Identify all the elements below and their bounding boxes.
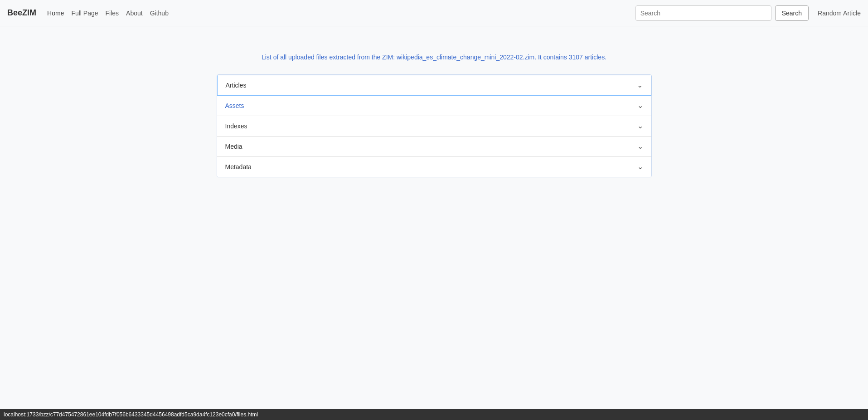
nav-item-fullpage[interactable]: Full Page: [71, 10, 98, 17]
accordion-title-articles: Articles: [226, 82, 247, 89]
accordion-header-metadata[interactable]: Metadata ⌄: [217, 157, 651, 177]
random-article-link[interactable]: Random Article: [818, 10, 861, 17]
accordion-item-articles: Articles ⌄: [217, 74, 652, 96]
chevron-down-icon-media: ⌄: [637, 143, 643, 150]
search-area: Search Random Article: [635, 5, 861, 21]
accordion-item-metadata: Metadata ⌄: [217, 157, 651, 177]
chevron-down-icon-indexes: ⌄: [637, 122, 643, 130]
search-input[interactable]: [635, 5, 771, 21]
search-button[interactable]: Search: [775, 5, 809, 21]
nav-item-about[interactable]: About: [126, 10, 143, 17]
nav-item-files[interactable]: Files: [106, 10, 119, 17]
chevron-down-icon-metadata: ⌄: [637, 163, 643, 171]
nav-item-github[interactable]: Github: [150, 10, 169, 17]
accordion-item-assets: Assets ⌄: [217, 96, 651, 116]
main-content: List of all uploaded files extracted fro…: [208, 26, 661, 195]
chevron-down-icon-assets: ⌄: [637, 102, 643, 109]
accordion-header-media[interactable]: Media ⌄: [217, 137, 651, 156]
intro-text: List of all uploaded files extracted fro…: [217, 54, 652, 61]
accordion-item-media: Media ⌄: [217, 137, 651, 157]
accordion-header-articles[interactable]: Articles ⌄: [218, 75, 651, 95]
brand-logo[interactable]: BeeZIM: [7, 8, 36, 18]
accordion-title-indexes: Indexes: [225, 122, 247, 130]
chevron-down-icon-articles: ⌄: [637, 82, 643, 89]
accordion-header-indexes[interactable]: Indexes ⌄: [217, 116, 651, 136]
accordion: Articles ⌄ Assets ⌄ Indexes ⌄ Media ⌄: [217, 74, 652, 177]
accordion-header-assets[interactable]: Assets ⌄: [217, 96, 651, 116]
accordion-item-indexes: Indexes ⌄: [217, 116, 651, 137]
nav-links: Home Full Page Files About Github: [47, 10, 169, 17]
nav-item-home[interactable]: Home: [47, 10, 64, 17]
accordion-title-metadata: Metadata: [225, 163, 252, 171]
accordion-title-media: Media: [225, 143, 242, 150]
navbar: BeeZIM Home Full Page Files About Github…: [0, 0, 868, 26]
accordion-title-assets: Assets: [225, 102, 244, 109]
